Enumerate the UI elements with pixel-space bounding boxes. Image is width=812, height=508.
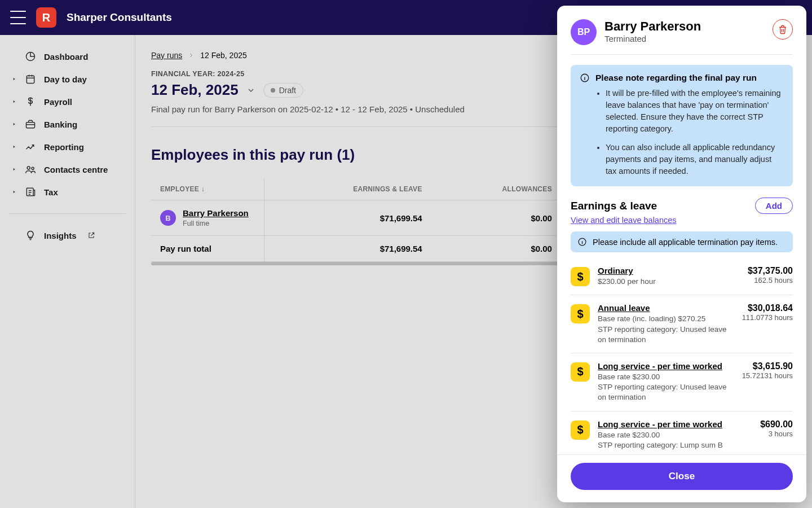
close-button[interactable]: Close bbox=[571, 463, 793, 490]
company-name: Sharper Consultants bbox=[67, 11, 172, 24]
dollar-icon: $ bbox=[571, 362, 590, 382]
earnings-item-sub: $230.00 per hour bbox=[598, 277, 740, 287]
earnings-item-hours: 15.72131 hours bbox=[742, 371, 793, 380]
earnings-item[interactable]: $Long service - per time workedBase rate… bbox=[571, 411, 793, 454]
dollar-icon: $ bbox=[571, 267, 590, 286]
inline-info-note: Please include all applicable terminatio… bbox=[571, 231, 793, 252]
panel-employee-name: Barry Parkerson bbox=[604, 19, 701, 34]
delete-button[interactable] bbox=[773, 19, 793, 40]
info-note: Please note regarding the final pay run … bbox=[571, 65, 793, 186]
note-point: It will be pre-filled with the employee'… bbox=[606, 87, 784, 135]
earnings-item-amount: $690.00 bbox=[760, 419, 793, 430]
add-button[interactable]: Add bbox=[755, 198, 793, 214]
earnings-item[interactable]: $Long service - per time workedBase rate… bbox=[571, 353, 793, 411]
earnings-item[interactable]: $Ordinary$230.00 per hour$37,375.00162.5… bbox=[571, 258, 793, 295]
earnings-item-name[interactable]: Long service - per time worked bbox=[598, 361, 734, 371]
earnings-item-name[interactable]: Ordinary bbox=[598, 266, 740, 275]
dollar-icon: $ bbox=[571, 304, 590, 323]
earnings-item-amount: $3,615.90 bbox=[742, 361, 793, 371]
earnings-item[interactable]: $Annual leaveBase rate (inc. loading) $2… bbox=[571, 295, 793, 353]
info-icon bbox=[580, 73, 590, 177]
avatar: BP bbox=[571, 19, 597, 45]
panel-employee-status: Terminated bbox=[604, 34, 701, 43]
app-logo: R bbox=[36, 7, 56, 28]
earnings-heading: Earnings & leave bbox=[571, 200, 657, 212]
note-title: Please note regarding the final pay run bbox=[595, 73, 784, 83]
view-balances-link[interactable]: View and edit leave balances bbox=[571, 216, 677, 225]
earnings-item-hours: 3 hours bbox=[760, 430, 793, 438]
earnings-item-amount: $37,375.00 bbox=[748, 266, 793, 276]
earnings-item-name[interactable]: Long service - per time worked bbox=[598, 419, 752, 429]
info-icon bbox=[577, 237, 587, 247]
trash-icon bbox=[778, 24, 788, 34]
earnings-item-name[interactable]: Annual leave bbox=[598, 303, 734, 313]
earnings-item-hours: 111.0773 hours bbox=[742, 313, 793, 322]
dollar-icon: $ bbox=[571, 421, 590, 440]
menu-button[interactable] bbox=[10, 11, 26, 24]
earnings-item-amount: $30,018.64 bbox=[742, 303, 793, 313]
earnings-item-sub: Base rate $230.00STP reporting category:… bbox=[598, 430, 752, 450]
earnings-item-hours: 162.5 hours bbox=[748, 276, 793, 284]
earnings-item-sub: Base rate $230.00STP reporting category:… bbox=[598, 372, 734, 403]
earnings-item-sub: Base rate (inc. loading) $270.25STP repo… bbox=[598, 314, 734, 345]
note-point: You can also include all applicable redu… bbox=[606, 142, 784, 177]
employee-detail-panel: BP Barry Parkerson Terminated Please not… bbox=[557, 6, 806, 502]
inline-note-text: Please include all applicable terminatio… bbox=[593, 238, 778, 247]
